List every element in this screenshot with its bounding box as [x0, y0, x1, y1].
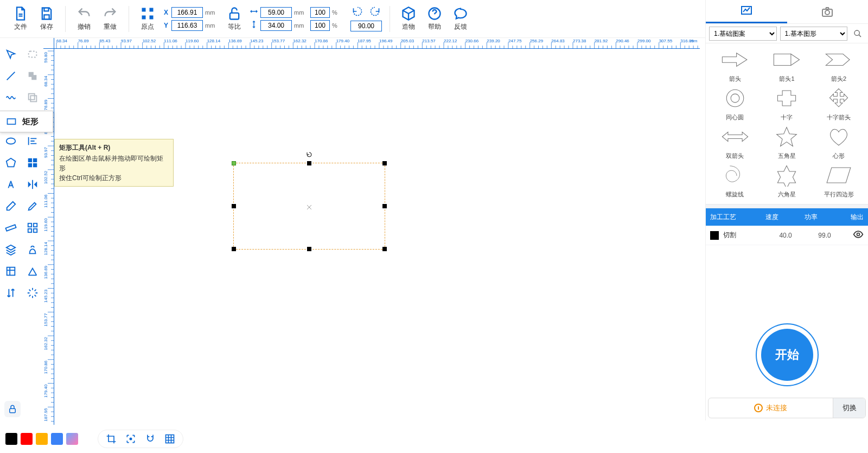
shape-star6[interactable]: 六角星: [762, 162, 812, 199]
shape-spiral[interactable]: 螺旋线: [710, 162, 760, 199]
ruler-corner: [43, 38, 54, 49]
line-tool[interactable]: [0, 65, 22, 87]
color-swatch[interactable]: [66, 433, 78, 445]
shape-cross-arrow[interactable]: 十字箭头: [814, 85, 864, 122]
save-button[interactable]: 保存: [36, 3, 58, 35]
spark-icon[interactable]: [22, 282, 43, 304]
rotate-ccw-icon[interactable]: [352, 6, 363, 18]
file-button[interactable]: 文件: [10, 3, 31, 35]
color-swatch[interactable]: [36, 433, 48, 445]
grid-array-icon[interactable]: [22, 217, 43, 239]
handle-bl[interactable]: [232, 247, 236, 251]
h-pct-input[interactable]: [310, 20, 330, 31]
color-swatch[interactable]: [5, 433, 17, 445]
align-icon[interactable]: [22, 130, 43, 152]
x-input[interactable]: [171, 7, 203, 18]
rect-tool-active[interactable]: 矩形: [0, 111, 53, 132]
shape-star5[interactable]: 五角星: [762, 124, 812, 160]
angle-input[interactable]: [350, 21, 382, 31]
handle-mr[interactable]: [382, 204, 387, 208]
undo-icon: [76, 6, 92, 21]
sort-tool[interactable]: [0, 282, 22, 304]
curve-tool[interactable]: [0, 87, 22, 109]
edit-path-icon[interactable]: [22, 195, 43, 217]
layers-tool[interactable]: [0, 239, 22, 260]
erase-tool[interactable]: [0, 195, 22, 217]
w-pct-input[interactable]: [310, 7, 330, 18]
star5-icon: [767, 124, 806, 150]
rotate-cw-icon[interactable]: [369, 6, 380, 18]
redo-button[interactable]: 重做: [99, 3, 121, 35]
svg-text:230.66: 230.66: [465, 39, 479, 43]
union-icon[interactable]: [22, 65, 43, 87]
focus-icon[interactable]: [124, 432, 137, 445]
grid-icon: [140, 6, 155, 21]
w-input[interactable]: [260, 7, 292, 18]
svg-text:162.32: 162.32: [293, 39, 307, 43]
color-swatch[interactable]: [51, 433, 63, 445]
laser-row[interactable]: 切割 40.0 99.0: [706, 226, 868, 245]
shape-arrow1[interactable]: 箭头1: [762, 47, 812, 83]
eye-icon[interactable]: [844, 229, 864, 241]
color-swatch[interactable]: [21, 433, 33, 445]
canvas[interactable]: 矩形工具(Alt + R) 在绘图区单击鼠标并拖动即可绘制矩形 按住Ctrl可绘…: [54, 49, 700, 420]
handle-tm[interactable]: [307, 161, 311, 165]
ratio-button[interactable]: 等比: [224, 3, 245, 35]
crop-icon[interactable]: [105, 432, 118, 445]
rotate-handle[interactable]: [306, 150, 312, 157]
save-icon: [39, 6, 54, 21]
ruler-tool[interactable]: [0, 217, 22, 239]
text-tool[interactable]: [0, 174, 22, 195]
magnet-icon[interactable]: [144, 432, 157, 445]
table-icon[interactable]: [163, 432, 176, 445]
switch-button[interactable]: 切换: [833, 398, 865, 418]
origin-button[interactable]: 原点: [137, 3, 158, 35]
shape-heart[interactable]: 心形: [814, 124, 864, 160]
dashed-rect-icon[interactable]: [22, 43, 43, 65]
h-input[interactable]: [260, 20, 292, 31]
svg-point-309: [857, 233, 860, 236]
cat1-select[interactable]: 1.基础图案: [709, 27, 777, 41]
mirror-icon[interactable]: [22, 174, 43, 195]
wh-coords: mm % mm %: [250, 3, 346, 35]
handle-tl[interactable]: [232, 161, 236, 165]
tab-chart[interactable]: [706, 0, 787, 23]
vector-icon[interactable]: [22, 260, 43, 282]
svg-text:222.12: 222.12: [444, 39, 457, 43]
lock-button[interactable]: [4, 401, 21, 417]
ellipse-tool[interactable]: [0, 130, 22, 152]
handle-tr[interactable]: [382, 161, 387, 165]
connection-status[interactable]: 未连接: [709, 403, 833, 413]
selection-rect[interactable]: [233, 163, 385, 250]
svg-text:93.97: 93.97: [121, 39, 132, 43]
svg-point-305: [825, 10, 829, 15]
help-button[interactable]: 帮助: [424, 3, 445, 35]
tab-camera[interactable]: [787, 0, 869, 23]
array-tool[interactable]: [0, 260, 22, 282]
build-button[interactable]: 造物: [398, 3, 419, 35]
camera-icon: [821, 5, 834, 18]
undo-button[interactable]: 撤销: [73, 3, 95, 35]
quad-icon[interactable]: [22, 152, 43, 174]
svg-text:93.97: 93.97: [43, 146, 48, 158]
svg-text:187.95: 187.95: [43, 408, 48, 422]
shape-parallelogram[interactable]: 平行四边形: [814, 162, 864, 199]
copy-icon[interactable]: [22, 87, 43, 109]
shape-donut[interactable]: 同心圆: [710, 85, 760, 122]
start-button[interactable]: 开始: [761, 329, 813, 381]
handle-br[interactable]: [382, 247, 387, 251]
shape-search[interactable]: [851, 27, 865, 41]
shape-arrow2[interactable]: 箭头2: [814, 47, 864, 83]
feedback-button[interactable]: 反馈: [450, 3, 471, 35]
feedback-icon: [453, 6, 468, 21]
handle-bm[interactable]: [307, 247, 311, 251]
select-tool[interactable]: [0, 43, 22, 65]
y-input[interactable]: [171, 20, 203, 31]
shape-double-arrow[interactable]: 双箭头: [710, 124, 760, 160]
shape-arrow[interactable]: 箭头: [710, 47, 760, 83]
cat2-select[interactable]: 1.基本图形: [780, 27, 848, 41]
handle-ml[interactable]: [232, 204, 236, 208]
weight-icon[interactable]: [22, 239, 43, 260]
polygon-tool[interactable]: [0, 152, 22, 174]
shape-cross[interactable]: 十字: [762, 85, 812, 122]
